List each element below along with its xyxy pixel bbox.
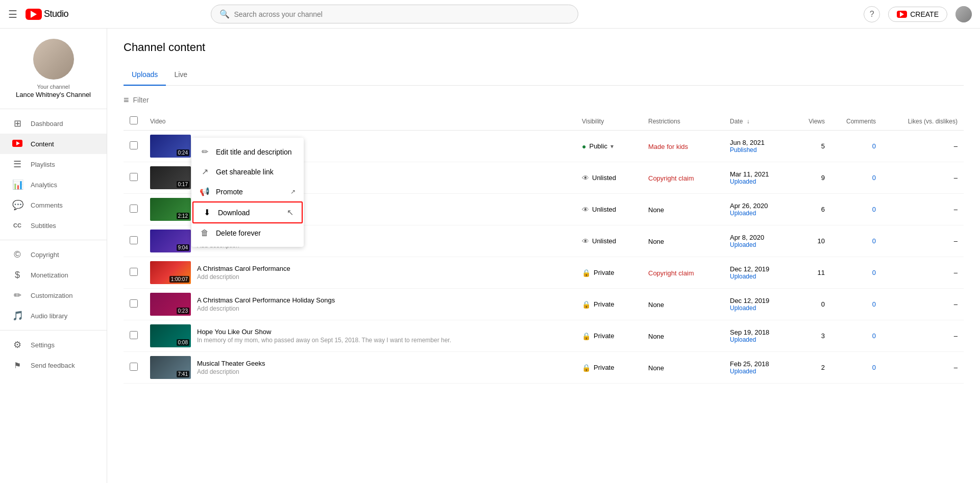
audio-library-icon: 🎵 <box>12 310 22 321</box>
date-cell: Jun 8, 2021 Published <box>724 131 790 162</box>
visibility-inner: 🔒 Private <box>582 269 636 277</box>
row-checkbox[interactable] <box>130 363 138 371</box>
date-sub: Uploaded <box>730 368 784 375</box>
sidebar-item-dashboard[interactable]: ⊞ Dashboard <box>0 113 107 134</box>
row-checkbox[interactable] <box>130 236 138 244</box>
video-thumbnail[interactable]: 7:41 <box>150 356 191 379</box>
video-thumbnail[interactable]: 0:08 <box>150 324 191 347</box>
video-title: A Christmas Carol Performance <box>197 265 570 272</box>
row-checkbox[interactable] <box>130 331 138 339</box>
context-menu-label: Get shareable link <box>216 168 274 176</box>
video-cell: 0:08 Hope You Like Our Show In memory of… <box>144 320 576 352</box>
video-duration: 9:04 <box>177 244 189 251</box>
restriction-cell: Copyright claim <box>642 257 724 289</box>
visibility-cell: 🔒 Private <box>576 352 642 384</box>
context-menu-item-download[interactable]: ⬇ Download ↖ <box>192 201 303 223</box>
sidebar-item-content[interactable]: Content <box>0 134 107 154</box>
video-cell-inner: 0:23 A Christmas Carol Performance Holid… <box>150 293 570 316</box>
context-menu-item-delete[interactable]: 🗑 Delete forever <box>191 223 304 243</box>
sidebar-item-monetization[interactable]: $ Monetization <box>0 265 107 285</box>
logo-area[interactable]: Studio <box>26 9 68 20</box>
visibility-dropdown[interactable]: ▾ <box>610 143 614 150</box>
create-icon-play <box>900 12 904 17</box>
copyright-icon: © <box>12 249 22 260</box>
likes-cell: – <box>882 162 964 194</box>
video-duration: 0:23 <box>177 308 189 314</box>
tab-live[interactable]: Live <box>166 64 195 86</box>
sidebar-item-label: Send feedback <box>31 362 75 369</box>
video-thumbnail[interactable]: 9:04 <box>150 230 191 252</box>
sidebar-divider-2 <box>0 330 107 331</box>
date-sub: Uploaded <box>730 178 784 185</box>
video-thumbnail[interactable]: 0:23 <box>150 293 191 316</box>
search-bar[interactable]: 🔍 <box>211 5 578 23</box>
restriction-cell: None <box>642 289 724 320</box>
col-header-date[interactable]: Date ↓ <box>724 112 790 131</box>
create-label: CREATE <box>910 10 939 18</box>
video-cell-inner: 0:08 Hope You Like Our Show In memory of… <box>150 324 570 347</box>
tab-uploads[interactable]: Uploads <box>124 64 166 86</box>
video-thumbnail[interactable]: 1:00:07 <box>150 261 191 284</box>
views-cell: 2 <box>790 352 831 384</box>
visibility-icon: 👁 <box>582 237 589 245</box>
filter-bar: ≡ <box>124 94 964 106</box>
video-thumbnail[interactable]: 2:12 <box>150 198 191 221</box>
comments-cell: 0 <box>831 320 882 352</box>
analytics-icon: 📊 <box>12 179 22 190</box>
restriction-label: None <box>648 333 664 340</box>
help-button[interactable]: ? <box>864 6 880 22</box>
filter-input[interactable] <box>133 94 964 106</box>
context-menu-item-share[interactable]: ↗ Get shareable link <box>191 162 304 182</box>
comments-cell: 0 <box>831 289 882 320</box>
context-menu-item-promote[interactable]: 📢 Promote ↗ <box>191 182 304 201</box>
restriction-label: Copyright claim <box>648 269 694 277</box>
hamburger-menu[interactable]: ☰ <box>8 8 17 20</box>
col-header-video: Video <box>144 112 576 131</box>
sidebar-item-subtitles[interactable]: CC Subtitles <box>0 215 107 236</box>
row-checkbox[interactable] <box>130 299 138 308</box>
main-content: Channel content Uploads Live ≡ Video Vis… <box>107 29 980 483</box>
sidebar-item-copyright[interactable]: © Copyright <box>0 244 107 265</box>
sidebar-item-feedback[interactable]: ⚑ Send feedback <box>0 355 107 375</box>
video-thumbnail[interactable]: 0:17 <box>150 166 191 189</box>
sidebar-item-comments[interactable]: 💬 Comments <box>0 195 107 215</box>
comments-cell: 0 <box>831 194 882 225</box>
playlists-icon: ☰ <box>12 159 22 170</box>
col-header-restrictions: Restrictions <box>642 112 724 131</box>
select-all-checkbox[interactable] <box>130 116 138 124</box>
row-checkbox[interactable] <box>130 141 138 149</box>
video-description: Add description <box>197 305 570 312</box>
context-menu-item-edit[interactable]: ✏ Edit title and description <box>191 142 304 162</box>
content-icon <box>12 139 22 149</box>
visibility-cell: 🔒 Private <box>576 289 642 320</box>
row-checkbox[interactable] <box>130 268 138 276</box>
search-input[interactable] <box>234 10 570 18</box>
sidebar-item-customization[interactable]: ✏ Customization <box>0 285 107 306</box>
row-checkbox[interactable] <box>130 173 138 181</box>
sidebar-item-analytics[interactable]: 📊 Analytics <box>0 174 107 195</box>
sidebar: Your channel Lance Whitney's Channel ⊞ D… <box>0 29 107 483</box>
sidebar-item-settings[interactable]: ⚙ Settings <box>0 335 107 355</box>
date-inner: Apr 26, 2020 Uploaded <box>730 202 784 217</box>
video-description: In memory of my mom, who passed away on … <box>197 337 570 344</box>
date-sub: Uploaded <box>730 336 784 343</box>
row-checkbox[interactable] <box>130 205 138 213</box>
sidebar-item-playlists[interactable]: ☰ Playlists <box>0 154 107 174</box>
video-thumbnail[interactable]: 0:24 <box>150 135 191 158</box>
comments-cell: 0 <box>831 131 882 162</box>
visibility-icon: 🔒 <box>582 332 591 340</box>
date-main: Dec 12, 2019 <box>730 297 784 304</box>
sidebar-item-label: Audio library <box>31 312 67 320</box>
restriction-label: None <box>648 238 664 245</box>
visibility-cell: ● Public ▾ <box>576 131 642 162</box>
user-avatar[interactable] <box>955 6 972 22</box>
likes-cell: – <box>882 131 964 162</box>
likes-cell: – <box>882 194 964 225</box>
customization-icon: ✏ <box>12 290 22 301</box>
create-button[interactable]: CREATE <box>888 7 947 22</box>
date-main: Jun 8, 2021 <box>730 139 784 146</box>
sidebar-item-audio-library[interactable]: 🎵 Audio library <box>0 306 107 326</box>
row-checkbox-cell <box>124 131 144 162</box>
date-sub: Uploaded <box>730 273 784 280</box>
promote-icon: 📢 <box>200 187 210 196</box>
